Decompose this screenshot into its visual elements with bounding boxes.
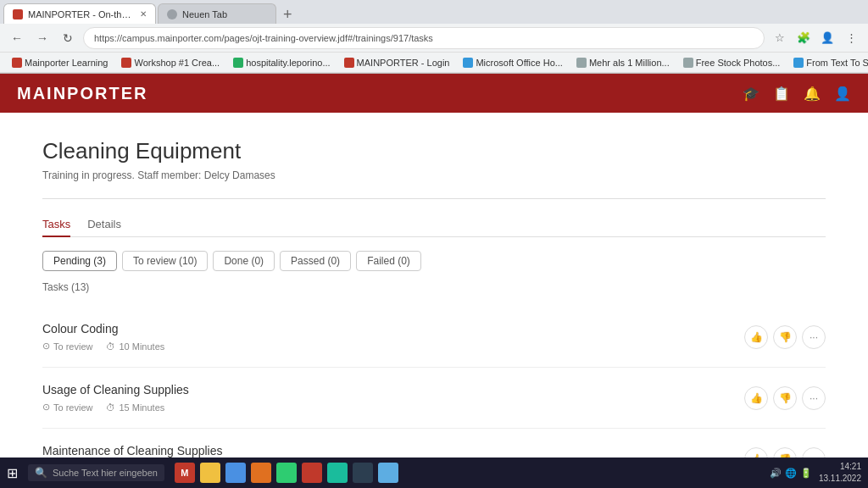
taskbar-icon-4[interactable] <box>251 463 271 483</box>
extensions-icon[interactable]: 🧩 <box>793 28 814 48</box>
taskbar-icon-6[interactable] <box>302 463 322 483</box>
user-icon[interactable]: 👤 <box>834 86 851 102</box>
back-button[interactable]: ← <box>7 28 27 48</box>
app-logo: MAINPORTER <box>17 84 147 103</box>
taskbar-icon-1[interactable]: M <box>175 463 195 483</box>
bookmark-login[interactable]: MAINPORTER - Login <box>339 56 455 69</box>
bookmark-icon <box>233 58 243 68</box>
bookmark-label: Microsoft Office Ho... <box>476 58 563 68</box>
task-more-button[interactable]: ··· <box>802 386 826 410</box>
task-info: Colour Coding ⊙ To review ⏱ 10 Minutes <box>42 322 744 352</box>
taskbar-icon-7[interactable] <box>327 463 348 483</box>
bookmark-label: Mainporter Learning <box>25 58 108 68</box>
tab-close-button[interactable]: ✕ <box>140 9 147 19</box>
browser-chrome: MAINPORTER - On-the-job tra... ✕ Neuen T… <box>0 0 868 74</box>
task-item: Colour Coding ⊙ To review ⏱ 10 Minutes 👍… <box>42 307 826 368</box>
tray-time: 14:21 <box>819 461 861 473</box>
task-title: Usage of Cleaning Supplies <box>42 383 744 396</box>
bookmark-freephotos[interactable]: Free Stock Photos... <box>678 56 786 69</box>
task-status: ⊙ To review <box>42 402 92 413</box>
tray-icon-sound: 🔊 <box>770 468 782 479</box>
url-bar[interactable]: https://campus.mainporter.com/pages/ojt-… <box>83 27 765 49</box>
header-icons: 🎓 📋 🔔 👤 <box>743 86 851 102</box>
taskbar-icon-9[interactable] <box>378 463 398 483</box>
url-text: https://campus.mainporter.com/pages/ojt-… <box>94 33 433 43</box>
task-thumbsdown-button[interactable]: 👎 <box>773 325 797 349</box>
tab-details[interactable]: Details <box>87 213 121 237</box>
bookmark-mainporter[interactable]: Mainporter Learning <box>7 56 113 69</box>
bookmark-msoffice[interactable]: Microsoft Office Ho... <box>458 56 568 69</box>
task-meta: ⊙ To review ⏱ 15 Minutes <box>42 402 744 413</box>
taskbar-search[interactable]: 🔍 Suche Text hier eingeben <box>28 464 164 481</box>
task-status: ⊙ To review <box>42 341 92 352</box>
clipboard-icon[interactable]: 📋 <box>773 86 790 102</box>
status-icon: ⊙ <box>42 402 50 413</box>
filter-pending[interactable]: Pending (3) <box>42 251 117 271</box>
taskbar-icon-2[interactable] <box>200 463 220 483</box>
taskbar-start: ⊞ 🔍 Suche Text hier eingeben <box>7 464 164 481</box>
bookmark-label: MAINPORTER - Login <box>357 58 450 68</box>
forward-button[interactable]: → <box>32 28 53 48</box>
tray-icon-battery: 🔋 <box>800 468 812 479</box>
divider <box>42 198 826 199</box>
task-duration: ⏱ 10 Minutes <box>106 341 164 352</box>
bookmark-tts[interactable]: From Text To Spee... <box>788 56 868 69</box>
tasks-count: Tasks (13) <box>42 281 826 293</box>
task-duration: ⏱ 15 Minutes <box>106 402 164 413</box>
tab-favicon <box>13 9 23 19</box>
taskbar-icon-3[interactable] <box>225 463 246 483</box>
bookmark-label: hospitality.leporino... <box>246 58 330 68</box>
bookmark-label: Workshop #1 Crea... <box>134 58 220 68</box>
profile-icon[interactable]: 👤 <box>817 28 837 48</box>
newtab-favicon <box>167 9 177 19</box>
bookmarks-bar: Mainporter Learning Workshop #1 Crea... … <box>0 53 868 73</box>
bookmark-million[interactable]: Mehr als 1 Million... <box>571 56 675 69</box>
filter-passed[interactable]: Passed (0) <box>280 251 351 271</box>
task-thumbsdown-button[interactable]: 👎 <box>773 386 797 410</box>
task-meta: ⊙ To review ⏱ 10 Minutes <box>42 341 744 352</box>
tab-tasks[interactable]: Tasks <box>42 213 70 237</box>
new-tab[interactable]: Neuen Tab <box>158 3 276 24</box>
bookmark-star-icon[interactable]: ☆ <box>770 28 790 48</box>
bookmark-hospitality[interactable]: hospitality.leporino... <box>228 56 335 69</box>
status-icon: ⊙ <box>42 341 50 352</box>
task-title: Maintenance of Cleaning Supplies <box>42 444 744 458</box>
filter-failed[interactable]: Failed (0) <box>356 251 421 271</box>
graduation-cap-icon[interactable]: 🎓 <box>743 86 760 102</box>
browser-toolbar: ← → ↻ https://campus.mainporter.com/page… <box>0 24 868 53</box>
filter-done[interactable]: Done (0) <box>213 251 275 271</box>
active-tab[interactable]: MAINPORTER - On-the-job tra... ✕ <box>3 3 156 24</box>
task-actions: 👍 👎 ··· <box>744 386 826 410</box>
content-tabs: Tasks Details <box>42 213 826 237</box>
bookmark-icon <box>793 58 804 68</box>
bookmark-label: Free Stock Photos... <box>696 58 781 68</box>
app-header: MAINPORTER 🎓 📋 🔔 👤 <box>0 74 868 113</box>
filter-to-review[interactable]: To review (10) <box>122 251 208 271</box>
bookmark-workshop[interactable]: Workshop #1 Crea... <box>116 56 225 69</box>
windows-icon[interactable]: ⊞ <box>7 465 18 481</box>
bookmark-icon <box>121 58 131 68</box>
newtab-label: Neuen Tab <box>182 9 267 19</box>
task-thumbsup-button[interactable]: 👍 <box>744 386 768 410</box>
tray-date: 13.11.2022 <box>819 473 861 485</box>
clock-icon: ⏱ <box>106 402 115 413</box>
task-title: Colour Coding <box>42 322 744 336</box>
task-info: Usage of Cleaning Supplies ⊙ To review ⏱… <box>42 383 744 413</box>
browser-tabs: MAINPORTER - On-the-job tra... ✕ Neuen T… <box>0 0 868 24</box>
bookmark-icon <box>463 58 473 68</box>
task-more-button[interactable]: ··· <box>802 325 826 349</box>
bookmark-icon <box>12 58 22 68</box>
taskbar-app-icons: M <box>175 463 398 483</box>
search-placeholder-text: Suche Text hier eingeben <box>53 468 158 478</box>
refresh-button[interactable]: ↻ <box>58 28 78 48</box>
clock-icon: ⏱ <box>106 341 115 352</box>
task-actions: 👍 👎 ··· <box>744 325 826 349</box>
menu-icon[interactable]: ⋮ <box>841 28 861 48</box>
bell-icon[interactable]: 🔔 <box>804 86 821 102</box>
taskbar-icon-5[interactable] <box>276 463 297 483</box>
add-tab-button[interactable]: + <box>278 6 298 24</box>
task-thumbsup-button[interactable]: 👍 <box>744 325 768 349</box>
tab-label: MAINPORTER - On-the-job tra... <box>28 9 135 19</box>
task-item: Usage of Cleaning Supplies ⊙ To review ⏱… <box>42 368 826 429</box>
taskbar-icon-8[interactable] <box>353 463 373 483</box>
